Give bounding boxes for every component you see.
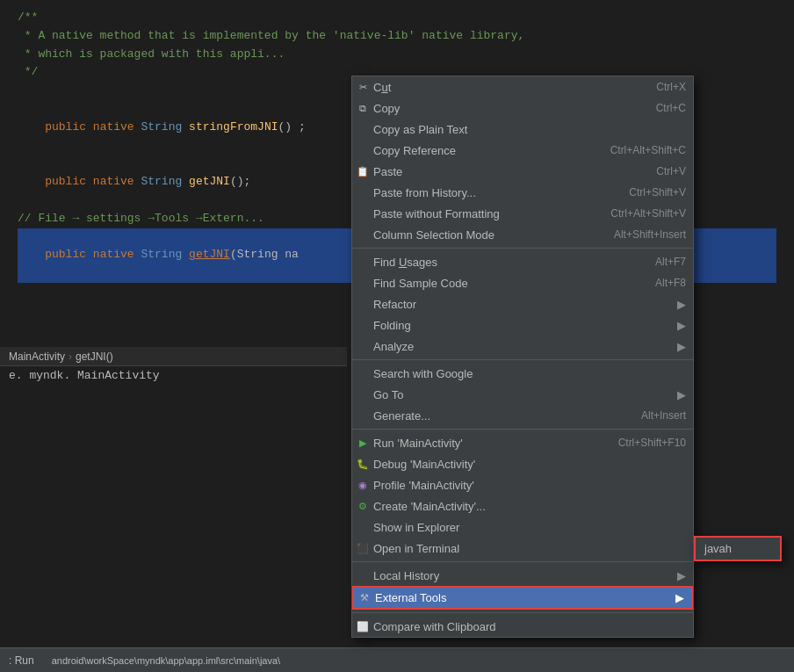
folding-label: Folding	[373, 319, 674, 332]
separator-2	[352, 359, 693, 360]
menu-item-open-terminal[interactable]: ⬛ Open in Terminal	[352, 538, 693, 559]
refactor-arrow: ▶	[677, 298, 686, 311]
menu-item-paste[interactable]: 📋 Paste Ctrl+V	[352, 161, 693, 182]
status-bar: : Run android\workSpace\myndk\app\app.im…	[0, 647, 794, 672]
analyze-arrow: ▶	[677, 340, 686, 353]
menu-item-analyze[interactable]: Analyze ▶	[352, 336, 693, 357]
compare-clipboard-label: Compare with Clipboard	[373, 620, 686, 633]
menu-item-external-tools[interactable]: ⚒ External Tools ▶	[352, 586, 693, 610]
find-usages-label: Find Usages	[373, 256, 638, 269]
create-icon: ⚙	[356, 499, 370, 513]
breadcrumb-separator: ›	[69, 350, 72, 363]
find-sample-label: Find Sample Code	[373, 277, 638, 290]
menu-item-local-history[interactable]: Local History ▶	[352, 565, 693, 586]
find-usages-shortcut: Alt+F7	[655, 256, 686, 268]
refactor-label: Refactor	[373, 298, 674, 311]
menu-item-profile[interactable]: ◉ Profile 'MainActivity'	[352, 474, 693, 495]
show-explorer-label: Show in Explorer	[373, 521, 686, 534]
paste-label: Paste	[373, 165, 639, 178]
external-tools-arrow: ▶	[675, 591, 684, 604]
menu-item-copy[interactable]: ⧉ Copy Ctrl+C	[352, 98, 693, 119]
terminal-icon: ⬛	[356, 541, 370, 555]
menu-item-run[interactable]: ▶ Run 'MainActivity' Ctrl+Shift+F10	[352, 432, 693, 453]
breadcrumb-method: getJNI()	[76, 350, 113, 363]
menu-item-refactor[interactable]: Refactor ▶	[352, 293, 693, 314]
run-label: Run 'MainActivity'	[373, 437, 601, 450]
copy-plain-label: Copy as Plain Text	[373, 123, 686, 136]
code-line-1: /**	[18, 9, 776, 27]
menu-item-folding[interactable]: Folding ▶	[352, 314, 693, 336]
menu-item-search-google[interactable]: Search with Google	[352, 363, 693, 384]
search-google-label: Search with Google	[373, 367, 686, 380]
debug-label: Debug 'MainActivity'	[373, 458, 686, 471]
context-menu[interactable]: ✂ Cut Ctrl+X ⧉ Copy Ctrl+C Copy as Plain…	[351, 76, 694, 638]
analyze-label: Analyze	[373, 340, 674, 353]
compare-icon: ⬜	[356, 619, 370, 633]
create-label: Create 'MainActivity'...	[373, 500, 686, 513]
copy-ref-shortcut: Ctrl+Alt+Shift+C	[610, 144, 686, 156]
menu-item-debug[interactable]: 🐛 Debug 'MainActivity'	[352, 453, 693, 474]
menu-item-copy-plain[interactable]: Copy as Plain Text	[352, 119, 693, 140]
breadcrumb-class: MainActivity	[9, 350, 65, 363]
menu-item-paste-no-format[interactable]: Paste without Formatting Ctrl+Alt+Shift+…	[352, 203, 693, 224]
find-sample-shortcut: Alt+F8	[655, 277, 686, 289]
menu-item-create[interactable]: ⚙ Create 'MainActivity'...	[352, 495, 693, 517]
external-tools-icon: ⚒	[357, 591, 372, 605]
external-tools-label: External Tools	[375, 591, 672, 604]
menu-item-compare-clipboard[interactable]: ⬜ Compare with Clipboard	[352, 616, 693, 637]
javah-label: javah	[704, 542, 732, 555]
copy-ref-label: Copy Reference	[373, 144, 593, 157]
paste-no-format-label: Paste without Formatting	[373, 207, 593, 220]
separator-1	[352, 248, 693, 249]
profile-label: Profile 'MainActivity'	[373, 479, 686, 492]
local-history-arrow: ▶	[677, 569, 686, 582]
submenu-item-javah[interactable]: javah	[696, 538, 780, 560]
copy-icon: ⧉	[356, 101, 370, 115]
submenu-external-tools[interactable]: javah	[694, 536, 782, 561]
code-line-3: * which is packaged with this appli...	[18, 46, 776, 64]
cut-icon: ✂	[356, 80, 370, 94]
secondary-class-text: e. myndk. MainActivity	[9, 369, 160, 382]
menu-item-cut[interactable]: ✂ Cut Ctrl+X	[352, 76, 693, 98]
debug-icon: 🐛	[356, 457, 370, 471]
separator-5	[352, 612, 693, 613]
run-icon: ▶	[356, 436, 370, 450]
separator-3	[352, 429, 693, 430]
menu-item-column-mode[interactable]: Column Selection Mode Alt+Shift+Insert	[352, 224, 693, 245]
profile-icon: ◉	[356, 478, 370, 492]
menu-item-generate[interactable]: Generate... Alt+Insert	[352, 405, 693, 426]
goto-arrow: ▶	[677, 388, 686, 401]
cut-label: Cut	[373, 81, 639, 94]
column-mode-shortcut: Alt+Shift+Insert	[614, 228, 686, 241]
paste-icon: 📋	[356, 164, 370, 178]
run-shortcut: Ctrl+Shift+F10	[618, 437, 686, 449]
menu-item-show-explorer[interactable]: Show in Explorer	[352, 517, 693, 538]
menu-item-find-sample[interactable]: Find Sample Code Alt+F8	[352, 272, 693, 293]
paste-no-format-shortcut: Ctrl+Alt+Shift+V	[610, 207, 686, 220]
menu-item-find-usages[interactable]: Find Usages Alt+F7	[352, 251, 693, 272]
copy-shortcut: Ctrl+C	[656, 102, 686, 114]
menu-item-copy-ref[interactable]: Copy Reference Ctrl+Alt+Shift+C	[352, 140, 693, 161]
paste-history-label: Paste from History...	[373, 186, 611, 199]
separator-4	[352, 561, 693, 562]
menu-item-goto[interactable]: Go To ▶	[352, 384, 693, 405]
copy-label: Copy	[373, 102, 639, 115]
status-path: android\workSpace\myndk\app\app.iml\src\…	[52, 655, 280, 666]
folding-arrow: ▶	[677, 319, 686, 332]
generate-label: Generate...	[373, 409, 624, 423]
column-mode-label: Column Selection Mode	[373, 228, 596, 242]
cut-shortcut: Ctrl+X	[656, 81, 686, 93]
code-line-2: * A native method that is implemented by…	[18, 27, 776, 46]
menu-item-paste-history[interactable]: Paste from History... Ctrl+Shift+V	[352, 182, 693, 203]
open-terminal-label: Open in Terminal	[373, 542, 686, 555]
generate-shortcut: Alt+Insert	[641, 409, 686, 422]
breadcrumb: MainActivity › getJNI()	[0, 347, 347, 366]
goto-label: Go To	[373, 388, 674, 401]
status-run-label: : Run	[9, 654, 34, 667]
paste-shortcut: Ctrl+V	[656, 165, 686, 177]
local-history-label: Local History	[373, 569, 674, 582]
paste-history-shortcut: Ctrl+Shift+V	[629, 186, 686, 199]
